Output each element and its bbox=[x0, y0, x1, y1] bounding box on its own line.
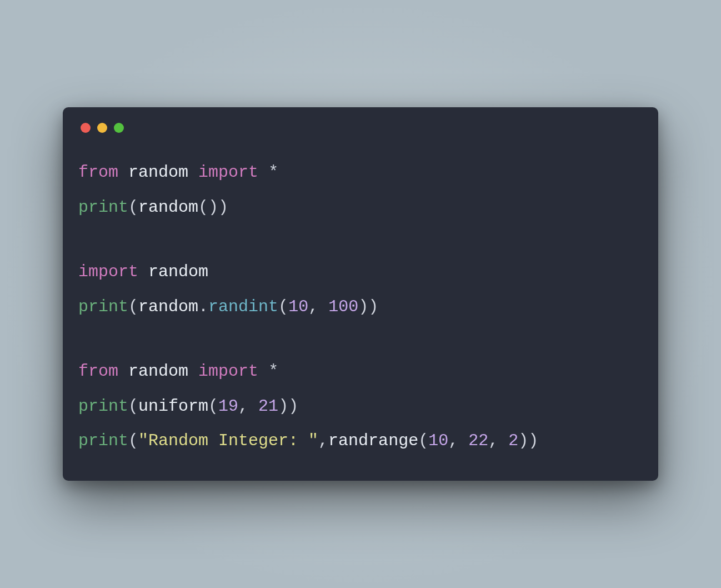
call-uniform: uniform bbox=[138, 397, 208, 416]
paren-open: ( bbox=[128, 431, 138, 450]
close-icon[interactable] bbox=[81, 123, 91, 133]
number-literal: 10 bbox=[428, 431, 448, 450]
number-literal: 2 bbox=[508, 431, 518, 450]
paren-open: ( bbox=[128, 198, 138, 217]
method-randint: randint bbox=[208, 297, 278, 316]
keyword-import: import bbox=[198, 163, 258, 182]
keyword-from: from bbox=[78, 362, 118, 381]
call-print: print bbox=[78, 431, 128, 450]
paren-open: ( bbox=[128, 297, 138, 316]
object-random: random bbox=[138, 297, 198, 316]
paren-close: ) bbox=[358, 297, 368, 316]
number-literal: 21 bbox=[258, 397, 278, 416]
number-literal: 10 bbox=[288, 297, 308, 316]
paren-open: ( bbox=[208, 397, 218, 416]
paren-close: ) bbox=[218, 198, 228, 217]
call-random: random bbox=[138, 198, 198, 217]
code-line: import random bbox=[78, 259, 643, 285]
code-window: from random import * print(random()) imp… bbox=[63, 107, 658, 481]
paren-close: ) bbox=[278, 397, 288, 416]
paren-open: ( bbox=[198, 198, 208, 217]
string-literal: "Random Integer: " bbox=[138, 431, 318, 450]
module-name: random bbox=[128, 362, 188, 381]
comma: , bbox=[308, 297, 328, 316]
paren-close: ) bbox=[518, 431, 528, 450]
code-line: print(uniform(19, 21)) bbox=[78, 393, 643, 420]
number-literal: 19 bbox=[218, 397, 238, 416]
window-controls bbox=[81, 123, 643, 133]
paren-close: ) bbox=[208, 198, 218, 217]
dot: . bbox=[198, 297, 208, 316]
paren-close: ) bbox=[288, 397, 298, 416]
call-print: print bbox=[78, 297, 128, 316]
call-print: print bbox=[78, 198, 128, 217]
import-star: * bbox=[268, 163, 278, 182]
keyword-import: import bbox=[78, 262, 138, 281]
code-line: from random import * bbox=[78, 160, 643, 186]
spacer bbox=[78, 320, 643, 358]
paren-open: ( bbox=[418, 431, 428, 450]
keyword-from: from bbox=[78, 163, 118, 182]
paren-open: ( bbox=[278, 297, 288, 316]
import-star: * bbox=[268, 362, 278, 381]
keyword-import: import bbox=[198, 362, 258, 381]
module-name: random bbox=[128, 163, 188, 182]
code-line: print("Random Integer: ",randrange(10, 2… bbox=[78, 428, 643, 454]
number-literal: 100 bbox=[328, 297, 358, 316]
minimize-icon[interactable] bbox=[97, 123, 107, 133]
code-line: print(random()) bbox=[78, 195, 643, 221]
call-print: print bbox=[78, 397, 128, 416]
comma: , bbox=[318, 431, 328, 450]
comma: , bbox=[488, 431, 508, 450]
code-line: from random import * bbox=[78, 358, 643, 385]
comma: , bbox=[448, 431, 468, 450]
spacer bbox=[78, 220, 643, 259]
zoom-icon[interactable] bbox=[114, 123, 124, 133]
paren-open: ( bbox=[128, 397, 138, 416]
comma: , bbox=[238, 397, 258, 416]
code-line: print(random.randint(10, 100)) bbox=[78, 294, 643, 320]
number-literal: 22 bbox=[468, 431, 488, 450]
paren-close: ) bbox=[528, 431, 538, 450]
module-name: random bbox=[148, 262, 208, 281]
call-randrange: randrange bbox=[328, 431, 418, 450]
paren-close: ) bbox=[368, 297, 378, 316]
